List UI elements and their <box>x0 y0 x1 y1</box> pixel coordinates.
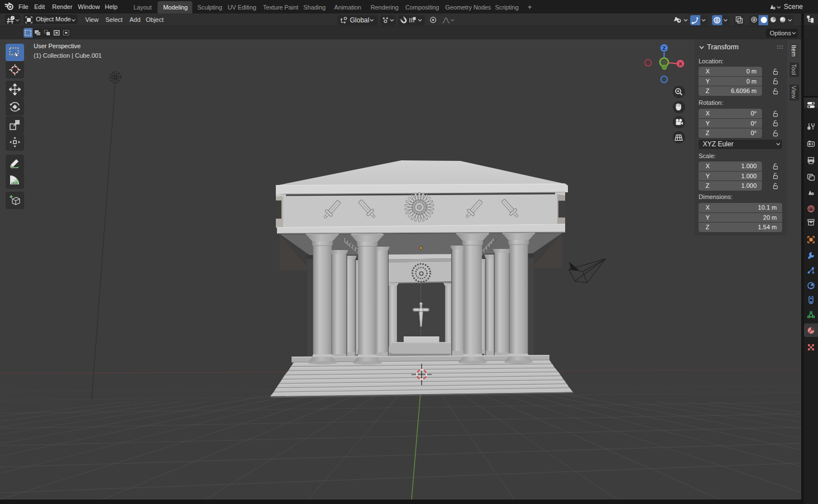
svg-text:X: X <box>678 61 682 67</box>
svg-text:Z: Z <box>663 45 666 51</box>
